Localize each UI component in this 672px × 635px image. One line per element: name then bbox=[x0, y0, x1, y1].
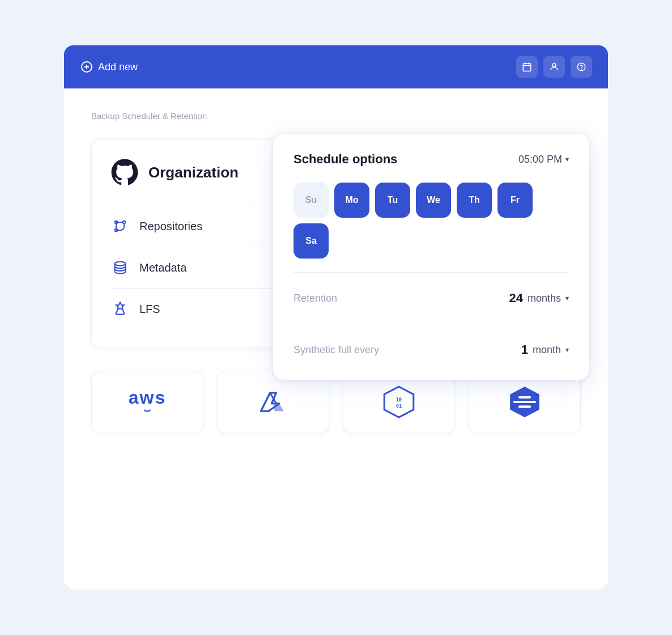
day-tuesday[interactable]: Tu bbox=[375, 183, 410, 218]
metadata-label: Metadata bbox=[139, 261, 186, 274]
svg-point-9 bbox=[581, 69, 582, 69]
top-nav: Add new bbox=[64, 45, 608, 88]
schedule-title: Schedule options bbox=[294, 152, 397, 167]
synthetic-value-dropdown[interactable]: 1 month ▾ bbox=[521, 342, 569, 357]
aws-logo: aws ⌣ bbox=[129, 388, 166, 416]
azure-icon bbox=[258, 387, 288, 417]
retention-label: Retention bbox=[294, 293, 337, 304]
calendar-button[interactable] bbox=[516, 56, 538, 78]
synthetic-chevron-icon: ▾ bbox=[565, 346, 569, 354]
service-aws[interactable]: aws ⌣ bbox=[91, 371, 203, 433]
menu-item-metadata[interactable]: Metadata bbox=[110, 247, 277, 289]
schedule-card: Schedule options 05:00 PM ▾ Su Mo Tu We … bbox=[273, 133, 590, 380]
repositories-label: Repositories bbox=[139, 220, 202, 233]
left-panel: Organization Repos bbox=[91, 139, 295, 348]
day-wednesday[interactable]: We bbox=[416, 183, 451, 218]
time-value: 05:00 PM bbox=[518, 154, 562, 166]
retention-chevron-icon: ▾ bbox=[565, 294, 569, 302]
nav-left: Add new bbox=[80, 60, 138, 74]
schedule-header: Schedule options 05:00 PM ▾ bbox=[294, 152, 569, 167]
day-monday[interactable]: Mo bbox=[334, 183, 369, 218]
calendar-icon bbox=[522, 62, 532, 72]
divider-2 bbox=[294, 324, 569, 324]
retention-unit: months bbox=[528, 293, 561, 304]
help-button[interactable] bbox=[571, 56, 592, 78]
retention-value-dropdown[interactable]: 24 months ▾ bbox=[509, 291, 569, 306]
svg-text:10: 10 bbox=[396, 397, 402, 403]
svg-point-11 bbox=[123, 221, 126, 224]
org-header: Organization bbox=[110, 158, 277, 201]
svg-rect-3 bbox=[523, 64, 531, 71]
synthetic-row: Synthetic full every 1 month ▾ bbox=[294, 338, 569, 362]
repositories-icon bbox=[110, 216, 130, 236]
day-friday[interactable]: Fr bbox=[497, 183, 533, 218]
breadcrumb: Backup Scheduler & Retention bbox=[91, 111, 581, 121]
svg-text:01: 01 bbox=[396, 403, 402, 409]
retention-number: 24 bbox=[509, 291, 522, 306]
synthetic-number: 1 bbox=[521, 342, 528, 357]
storage-service-icon bbox=[508, 385, 542, 419]
menu-item-lfs[interactable]: LFS bbox=[110, 289, 277, 329]
github-logo bbox=[110, 158, 139, 187]
synthetic-unit: month bbox=[533, 344, 561, 356]
svg-point-16 bbox=[115, 262, 126, 266]
divider-1 bbox=[294, 272, 569, 273]
day-saturday[interactable]: Sa bbox=[294, 223, 329, 259]
day-selector: Su Mo Tu We Th Fr Sa bbox=[294, 183, 569, 259]
main-area: Backup Scheduler & Retention Organizatio… bbox=[64, 88, 608, 590]
day-sunday[interactable]: Su bbox=[294, 183, 329, 218]
content-row: Organization Repos bbox=[91, 139, 581, 348]
synthetic-label: Synthetic full every bbox=[294, 344, 379, 356]
lfs-label: LFS bbox=[139, 303, 160, 316]
binary-storage-icon: 10 01 bbox=[382, 385, 416, 419]
user-button[interactable] bbox=[543, 56, 565, 78]
metadata-icon bbox=[110, 257, 130, 278]
time-dropdown[interactable]: 05:00 PM ▾ bbox=[518, 154, 569, 166]
svg-point-7 bbox=[552, 64, 556, 67]
chevron-down-icon: ▾ bbox=[565, 155, 569, 163]
day-thursday[interactable]: Th bbox=[457, 183, 492, 218]
svg-marker-19 bbox=[273, 404, 284, 412]
help-icon bbox=[576, 62, 586, 72]
user-icon bbox=[549, 62, 559, 72]
lfs-icon bbox=[110, 299, 130, 319]
org-name: Organization bbox=[148, 164, 239, 181]
menu-item-repositories[interactable]: Repositories bbox=[110, 206, 277, 247]
add-new-label: Add new bbox=[98, 61, 138, 73]
retention-row: Retention 24 months ▾ bbox=[294, 286, 569, 310]
nav-right bbox=[516, 56, 592, 78]
add-new-icon bbox=[80, 60, 93, 74]
